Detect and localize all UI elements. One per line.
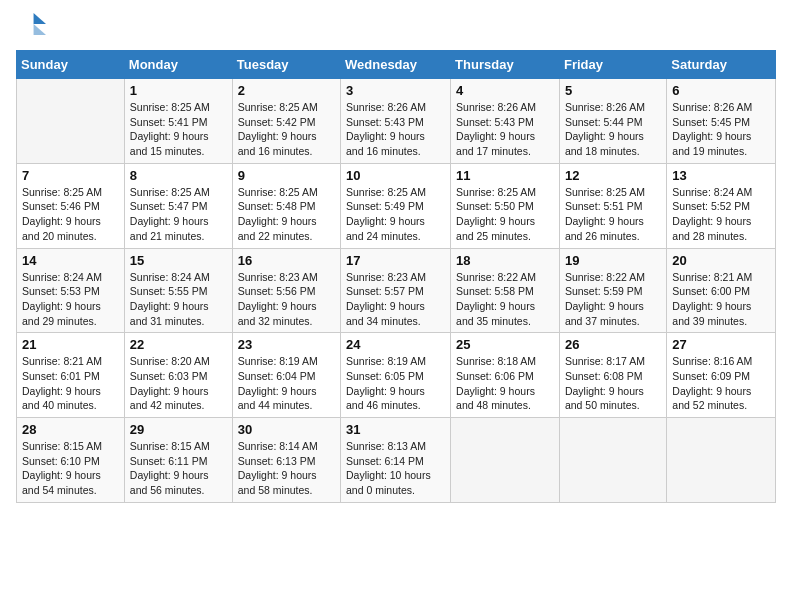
calendar-cell: 25Sunrise: 8:18 AMSunset: 6:06 PMDayligh…	[451, 333, 560, 418]
day-info: Sunrise: 8:26 AMSunset: 5:43 PMDaylight:…	[456, 100, 554, 159]
calendar-cell: 8Sunrise: 8:25 AMSunset: 5:47 PMDaylight…	[124, 163, 232, 248]
calendar-table: SundayMondayTuesdayWednesdayThursdayFrid…	[16, 50, 776, 503]
calendar-cell: 30Sunrise: 8:14 AMSunset: 6:13 PMDayligh…	[232, 418, 340, 503]
day-number: 9	[238, 168, 335, 183]
day-number: 17	[346, 253, 445, 268]
day-info: Sunrise: 8:25 AMSunset: 5:41 PMDaylight:…	[130, 100, 227, 159]
calendar-cell: 14Sunrise: 8:24 AMSunset: 5:53 PMDayligh…	[17, 248, 125, 333]
day-info: Sunrise: 8:25 AMSunset: 5:48 PMDaylight:…	[238, 185, 335, 244]
day-info: Sunrise: 8:24 AMSunset: 5:55 PMDaylight:…	[130, 270, 227, 329]
day-info: Sunrise: 8:25 AMSunset: 5:49 PMDaylight:…	[346, 185, 445, 244]
day-number: 22	[130, 337, 227, 352]
calendar-week-2: 7Sunrise: 8:25 AMSunset: 5:46 PMDaylight…	[17, 163, 776, 248]
calendar-header-wednesday: Wednesday	[341, 51, 451, 79]
calendar-cell: 26Sunrise: 8:17 AMSunset: 6:08 PMDayligh…	[559, 333, 666, 418]
day-info: Sunrise: 8:17 AMSunset: 6:08 PMDaylight:…	[565, 354, 661, 413]
calendar-cell: 2Sunrise: 8:25 AMSunset: 5:42 PMDaylight…	[232, 79, 340, 164]
day-number: 2	[238, 83, 335, 98]
day-info: Sunrise: 8:23 AMSunset: 5:57 PMDaylight:…	[346, 270, 445, 329]
page: SundayMondayTuesdayWednesdayThursdayFrid…	[0, 0, 792, 612]
calendar-cell: 17Sunrise: 8:23 AMSunset: 5:57 PMDayligh…	[341, 248, 451, 333]
day-info: Sunrise: 8:26 AMSunset: 5:43 PMDaylight:…	[346, 100, 445, 159]
day-number: 21	[22, 337, 119, 352]
day-number: 28	[22, 422, 119, 437]
header	[16, 10, 776, 42]
day-number: 23	[238, 337, 335, 352]
calendar-cell: 29Sunrise: 8:15 AMSunset: 6:11 PMDayligh…	[124, 418, 232, 503]
day-info: Sunrise: 8:13 AMSunset: 6:14 PMDaylight:…	[346, 439, 445, 498]
day-info: Sunrise: 8:25 AMSunset: 5:50 PMDaylight:…	[456, 185, 554, 244]
calendar-cell: 21Sunrise: 8:21 AMSunset: 6:01 PMDayligh…	[17, 333, 125, 418]
calendar-header-friday: Friday	[559, 51, 666, 79]
logo-icon	[18, 10, 46, 38]
day-number: 12	[565, 168, 661, 183]
day-info: Sunrise: 8:24 AMSunset: 5:53 PMDaylight:…	[22, 270, 119, 329]
day-number: 13	[672, 168, 770, 183]
logo	[16, 10, 36, 42]
svg-marker-0	[34, 13, 46, 24]
day-number: 24	[346, 337, 445, 352]
calendar-cell: 10Sunrise: 8:25 AMSunset: 5:49 PMDayligh…	[341, 163, 451, 248]
day-number: 16	[238, 253, 335, 268]
day-info: Sunrise: 8:25 AMSunset: 5:47 PMDaylight:…	[130, 185, 227, 244]
calendar-cell: 9Sunrise: 8:25 AMSunset: 5:48 PMDaylight…	[232, 163, 340, 248]
calendar-cell: 22Sunrise: 8:20 AMSunset: 6:03 PMDayligh…	[124, 333, 232, 418]
day-info: Sunrise: 8:25 AMSunset: 5:42 PMDaylight:…	[238, 100, 335, 159]
calendar-header-saturday: Saturday	[667, 51, 776, 79]
day-info: Sunrise: 8:19 AMSunset: 6:05 PMDaylight:…	[346, 354, 445, 413]
calendar-cell: 31Sunrise: 8:13 AMSunset: 6:14 PMDayligh…	[341, 418, 451, 503]
calendar-cell: 13Sunrise: 8:24 AMSunset: 5:52 PMDayligh…	[667, 163, 776, 248]
day-number: 19	[565, 253, 661, 268]
day-info: Sunrise: 8:26 AMSunset: 5:45 PMDaylight:…	[672, 100, 770, 159]
day-info: Sunrise: 8:25 AMSunset: 5:46 PMDaylight:…	[22, 185, 119, 244]
calendar-cell: 5Sunrise: 8:26 AMSunset: 5:44 PMDaylight…	[559, 79, 666, 164]
calendar-header-tuesday: Tuesday	[232, 51, 340, 79]
day-number: 20	[672, 253, 770, 268]
calendar-cell: 12Sunrise: 8:25 AMSunset: 5:51 PMDayligh…	[559, 163, 666, 248]
day-info: Sunrise: 8:14 AMSunset: 6:13 PMDaylight:…	[238, 439, 335, 498]
day-info: Sunrise: 8:22 AMSunset: 5:59 PMDaylight:…	[565, 270, 661, 329]
calendar-week-5: 28Sunrise: 8:15 AMSunset: 6:10 PMDayligh…	[17, 418, 776, 503]
day-info: Sunrise: 8:23 AMSunset: 5:56 PMDaylight:…	[238, 270, 335, 329]
day-number: 15	[130, 253, 227, 268]
day-info: Sunrise: 8:18 AMSunset: 6:06 PMDaylight:…	[456, 354, 554, 413]
calendar-cell: 28Sunrise: 8:15 AMSunset: 6:10 PMDayligh…	[17, 418, 125, 503]
day-info: Sunrise: 8:21 AMSunset: 6:01 PMDaylight:…	[22, 354, 119, 413]
calendar-cell: 3Sunrise: 8:26 AMSunset: 5:43 PMDaylight…	[341, 79, 451, 164]
calendar-cell	[667, 418, 776, 503]
day-number: 7	[22, 168, 119, 183]
day-number: 30	[238, 422, 335, 437]
calendar-week-1: 1Sunrise: 8:25 AMSunset: 5:41 PMDaylight…	[17, 79, 776, 164]
day-number: 8	[130, 168, 227, 183]
calendar-cell: 27Sunrise: 8:16 AMSunset: 6:09 PMDayligh…	[667, 333, 776, 418]
day-info: Sunrise: 8:22 AMSunset: 5:58 PMDaylight:…	[456, 270, 554, 329]
day-number: 11	[456, 168, 554, 183]
day-info: Sunrise: 8:15 AMSunset: 6:10 PMDaylight:…	[22, 439, 119, 498]
calendar-cell: 6Sunrise: 8:26 AMSunset: 5:45 PMDaylight…	[667, 79, 776, 164]
day-info: Sunrise: 8:24 AMSunset: 5:52 PMDaylight:…	[672, 185, 770, 244]
calendar-cell	[451, 418, 560, 503]
calendar-header-row: SundayMondayTuesdayWednesdayThursdayFrid…	[17, 51, 776, 79]
day-number: 25	[456, 337, 554, 352]
day-number: 5	[565, 83, 661, 98]
calendar-cell: 24Sunrise: 8:19 AMSunset: 6:05 PMDayligh…	[341, 333, 451, 418]
calendar-cell: 15Sunrise: 8:24 AMSunset: 5:55 PMDayligh…	[124, 248, 232, 333]
day-info: Sunrise: 8:15 AMSunset: 6:11 PMDaylight:…	[130, 439, 227, 498]
calendar-cell: 23Sunrise: 8:19 AMSunset: 6:04 PMDayligh…	[232, 333, 340, 418]
day-info: Sunrise: 8:16 AMSunset: 6:09 PMDaylight:…	[672, 354, 770, 413]
calendar-cell: 4Sunrise: 8:26 AMSunset: 5:43 PMDaylight…	[451, 79, 560, 164]
day-number: 3	[346, 83, 445, 98]
day-number: 27	[672, 337, 770, 352]
calendar-cell: 19Sunrise: 8:22 AMSunset: 5:59 PMDayligh…	[559, 248, 666, 333]
day-number: 1	[130, 83, 227, 98]
day-number: 18	[456, 253, 554, 268]
calendar-week-4: 21Sunrise: 8:21 AMSunset: 6:01 PMDayligh…	[17, 333, 776, 418]
calendar-week-3: 14Sunrise: 8:24 AMSunset: 5:53 PMDayligh…	[17, 248, 776, 333]
calendar-header-sunday: Sunday	[17, 51, 125, 79]
day-number: 10	[346, 168, 445, 183]
day-info: Sunrise: 8:20 AMSunset: 6:03 PMDaylight:…	[130, 354, 227, 413]
day-number: 29	[130, 422, 227, 437]
calendar-cell: 16Sunrise: 8:23 AMSunset: 5:56 PMDayligh…	[232, 248, 340, 333]
calendar-cell: 20Sunrise: 8:21 AMSunset: 6:00 PMDayligh…	[667, 248, 776, 333]
calendar-cell	[559, 418, 666, 503]
